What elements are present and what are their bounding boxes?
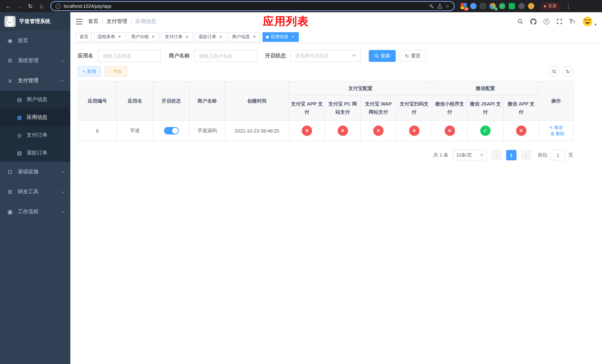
page-title: 应用列表 xyxy=(263,14,309,29)
delete-link[interactable]: 删除 xyxy=(550,131,565,137)
tab-process-form[interactable]: 流程表单 × xyxy=(94,32,126,42)
extension-face-icon[interactable] xyxy=(528,3,534,9)
col-alipay-wap: 支付宝 WAP 网站支付 xyxy=(360,95,396,120)
merchant-name-input[interactable] xyxy=(194,50,257,62)
extension-dark-icon[interactable] xyxy=(480,3,486,9)
tab-merchant-info[interactable]: 商户信息 × xyxy=(229,32,260,42)
breadcrumb-separator: / xyxy=(102,19,103,24)
breadcrumb-home[interactable]: 首页 xyxy=(88,18,98,25)
help-icon[interactable]: ? xyxy=(543,19,549,24)
reset-button-label: 重置 xyxy=(411,53,420,59)
status-toggle[interactable] xyxy=(164,127,179,134)
cross-status-icon: × xyxy=(373,126,384,136)
breadcrumb-payment[interactable]: 支付管理 xyxy=(107,18,127,25)
close-icon[interactable]: × xyxy=(184,34,190,39)
search-button[interactable]: 搜索 xyxy=(369,50,396,62)
sidebar-item-system-management[interactable]: ⚙ 系统管理 xyxy=(0,51,70,71)
prev-page-button[interactable]: ‹ xyxy=(491,150,502,160)
sidebar-item-home[interactable]: ◉ 首页 xyxy=(0,31,70,51)
tab-label: 流程表单 xyxy=(97,34,115,40)
sidebar-item-app-info[interactable]: ▦ 应用信息 xyxy=(0,108,70,126)
chevron-down-icon xyxy=(480,154,484,156)
close-icon[interactable]: × xyxy=(218,34,223,39)
browser-forward-button[interactable]: → xyxy=(15,2,24,11)
font-size-icon[interactable]: TT xyxy=(569,18,575,25)
sidebar-collapse-icon[interactable] xyxy=(76,19,82,24)
trash-icon xyxy=(550,132,555,136)
browser-home-button[interactable]: ⌂ xyxy=(37,2,46,11)
page-size-select[interactable]: 10条/页 xyxy=(453,150,487,160)
next-page-button[interactable]: › xyxy=(521,150,531,160)
sidebar-item-label: 支付订单 xyxy=(27,132,47,139)
app-logo[interactable]: 芋道管理系统 xyxy=(0,12,70,31)
browser-reload-button[interactable]: ↻ xyxy=(26,2,35,11)
refresh-table-button[interactable]: ↻ xyxy=(563,66,573,77)
tab-home[interactable]: 首页 xyxy=(76,32,92,42)
tab-app-info[interactable]: 应用信息 × xyxy=(262,32,299,42)
toggle-search-button[interactable] xyxy=(549,66,559,77)
edit-link[interactable]: ✎修改 xyxy=(549,124,563,131)
extension-green-square-icon[interactable] xyxy=(509,3,515,9)
share-icon[interactable] xyxy=(437,3,442,9)
cell-alipay-app: × xyxy=(289,120,325,141)
browser-menu-icon[interactable]: ⋮ xyxy=(566,3,571,9)
password-key-icon[interactable] xyxy=(429,3,434,9)
cross-status-icon: × xyxy=(444,126,455,136)
tab-user-group[interactable]: 用户分组 × xyxy=(128,32,159,42)
browser-back-button[interactable]: ← xyxy=(4,2,13,11)
bookmark-star-icon[interactable]: ☆ xyxy=(445,3,450,9)
close-icon[interactable]: × xyxy=(290,34,295,39)
fullscreen-icon[interactable] xyxy=(556,19,562,24)
cell-wechat-app: × xyxy=(503,120,539,141)
status-select-placeholder: 请选择开启状态 xyxy=(295,53,329,59)
sidebar-item-payment-management[interactable]: ¥ 支付管理 xyxy=(0,71,70,91)
add-button[interactable]: + 新增 xyxy=(78,66,101,77)
close-icon[interactable]: × xyxy=(151,34,156,39)
extension-tab-manager-icon[interactable]: 10 xyxy=(461,3,467,9)
tab-refund-orders[interactable]: 退款订单 × xyxy=(195,32,226,42)
delete-label: 删除 xyxy=(556,131,565,137)
avatar xyxy=(582,16,593,27)
sidebar-item-label: 基础设施 xyxy=(18,169,39,175)
sidebar-item-payment-orders[interactable]: ◎ 支付订单 xyxy=(0,126,70,144)
app-name-input[interactable] xyxy=(98,50,161,62)
breadcrumb-separator: / xyxy=(131,19,132,24)
download-icon: ↓ xyxy=(109,69,111,74)
goto-page-input[interactable] xyxy=(550,150,565,160)
card-icon: ▤ xyxy=(16,97,22,103)
browser-update-button[interactable]: 更新 xyxy=(540,2,560,10)
site-info-icon[interactable]: i xyxy=(55,3,61,9)
breadcrumb: 首页 / 支付管理 / 应用信息 xyxy=(88,18,156,25)
export-button[interactable]: ↓ 导出 xyxy=(104,66,127,77)
reset-button[interactable]: ↻ 重置 xyxy=(399,50,426,62)
logo-avatar xyxy=(4,16,16,27)
close-icon[interactable]: × xyxy=(252,34,257,39)
close-icon[interactable]: × xyxy=(117,34,122,39)
user-menu[interactable]: ▾ xyxy=(582,16,596,27)
sidebar-item-refund-orders[interactable]: ▧ 退款订单 xyxy=(0,144,70,162)
page-unit-label: 页 xyxy=(568,152,573,159)
sidebar-item-workflow[interactable]: ▣ 工作流程 xyxy=(0,202,70,222)
tab-payment-orders[interactable]: 支付订单 × xyxy=(161,32,193,42)
status-select[interactable]: 请选择开启状态 xyxy=(290,50,361,62)
extension-translate-icon[interactable]: 1 xyxy=(489,3,496,9)
chevron-down-icon xyxy=(352,55,356,57)
sidebar-item-dev-tools[interactable]: ⊞ 研发工具 xyxy=(0,182,70,202)
pagination: 共 1 条 10条/页 ‹ 1 › 前往 页 xyxy=(78,150,573,160)
address-bar[interactable]: i localhost:1024/pay/app ☆ xyxy=(50,1,455,11)
search-icon[interactable] xyxy=(517,19,523,24)
workflow-icon: ▣ xyxy=(7,208,13,215)
extension-green-check-icon[interactable]: ✓ xyxy=(499,3,505,9)
url-text[interactable]: localhost:1024/pay/app xyxy=(64,3,426,9)
github-icon[interactable] xyxy=(530,18,536,25)
sidebar: 芋道管理系统 ◉ 首页 ⚙ 系统管理 ¥ 支付管理 ▤ 商户信息 xyxy=(0,12,70,364)
page-1-button[interactable]: 1 xyxy=(506,150,516,160)
pagination-total: 共 1 条 xyxy=(433,152,448,159)
sidebar-item-infrastructure[interactable]: ⊡ 基础设施 xyxy=(0,162,70,182)
tab-label: 用户分组 xyxy=(131,34,149,40)
goto-label: 前往 xyxy=(538,152,548,159)
extension-raindrop-icon[interactable] xyxy=(470,3,476,9)
export-button-label: 导出 xyxy=(113,68,122,75)
sidebar-item-merchant-info[interactable]: ▤ 商户信息 xyxy=(0,91,70,108)
extension-pin-icon[interactable] xyxy=(518,3,525,9)
